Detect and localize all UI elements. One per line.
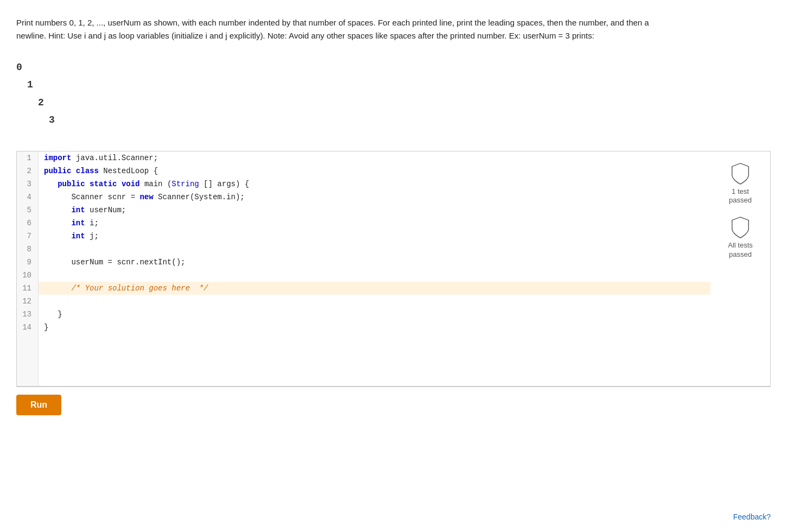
- feedback-link[interactable]: Feedback?: [733, 512, 771, 521]
- test-badge-1-label: 1 testpassed: [729, 187, 752, 206]
- line-content-1[interactable]: import java.util.Scanner;: [39, 151, 710, 164]
- line-content-blank-1: [39, 334, 710, 347]
- code-line-blank-2: [17, 347, 710, 360]
- shield-icon-1: [731, 162, 750, 185]
- example-output: 0 1 2 3: [16, 59, 771, 129]
- test-badge-1: 1 testpassed: [729, 162, 752, 206]
- code-line-7: 7 int j;: [17, 230, 710, 243]
- code-line-blank-1: [17, 334, 710, 347]
- code-line-1: 1 import java.util.Scanner;: [17, 151, 710, 164]
- run-button[interactable]: Run: [16, 395, 61, 415]
- line-number-blank-2: [17, 347, 39, 360]
- line-number-9: 9: [17, 256, 39, 269]
- example-line-1: 1: [27, 76, 771, 93]
- code-editor-area: 1 import java.util.Scanner; 2 public cla…: [16, 151, 771, 387]
- line-number-13: 13: [17, 308, 39, 321]
- code-line-blank-4: [17, 373, 710, 386]
- line-content-10[interactable]: [39, 269, 710, 282]
- problem-description: Print numbers 0, 1, 2, ..., userNum as s…: [16, 16, 668, 42]
- line-number-2: 2: [17, 164, 39, 178]
- line-content-3[interactable]: public static void main (String [] args)…: [39, 178, 710, 191]
- line-number-5: 5: [17, 204, 39, 217]
- line-content-14[interactable]: }: [39, 321, 710, 334]
- code-line-14: 14 }: [17, 321, 710, 334]
- line-content-blank-2: [39, 347, 710, 360]
- code-line-3: 3 public static void main (String [] arg…: [17, 178, 710, 191]
- code-line-6: 6 int i;: [17, 217, 710, 230]
- line-number-12: 12: [17, 295, 39, 308]
- line-number-blank-3: [17, 360, 39, 373]
- line-content-8[interactable]: [39, 243, 710, 256]
- line-content-13[interactable]: }: [39, 308, 710, 321]
- line-content-blank-4: [39, 373, 710, 386]
- bottom-bar: Run: [16, 387, 771, 415]
- line-content-4[interactable]: Scanner scnr = new Scanner(System.in);: [39, 191, 710, 204]
- shield-icon-all: [731, 216, 750, 239]
- example-line-3: 3: [49, 111, 771, 129]
- line-number-14: 14: [17, 321, 39, 334]
- line-content-7[interactable]: int j;: [39, 230, 710, 243]
- line-number-11: 11: [17, 282, 39, 295]
- line-number-6: 6: [17, 217, 39, 230]
- code-line-2: 2 public class NestedLoop {: [17, 164, 710, 178]
- line-number-blank-4: [17, 373, 39, 386]
- line-number-3: 3: [17, 178, 39, 191]
- line-number-7: 7: [17, 230, 39, 243]
- line-content-12[interactable]: [39, 295, 710, 308]
- test-badge-all: All testspassed: [728, 216, 753, 259]
- line-content-6[interactable]: int i;: [39, 217, 710, 230]
- line-content-2[interactable]: public class NestedLoop {: [39, 164, 710, 178]
- code-line-12: 12: [17, 295, 710, 308]
- example-line-2: 2: [38, 94, 771, 111]
- line-number-10: 10: [17, 269, 39, 282]
- editor-wrapper: 1 import java.util.Scanner; 2 public cla…: [16, 151, 771, 415]
- line-content-9[interactable]: userNum = scnr.nextInt();: [39, 256, 710, 269]
- test-badge-all-label: All testspassed: [728, 241, 753, 259]
- line-number-blank-1: [17, 334, 39, 347]
- code-line-5: 5 int userNum;: [17, 204, 710, 217]
- code-line-10: 10: [17, 269, 710, 282]
- code-lines[interactable]: 1 import java.util.Scanner; 2 public cla…: [17, 151, 710, 386]
- line-number-1: 1: [17, 151, 39, 164]
- code-line-blank-3: [17, 360, 710, 373]
- line-content-11[interactable]: /* Your solution goes here */: [39, 282, 710, 295]
- code-line-4: 4 Scanner scnr = new Scanner(System.in);: [17, 191, 710, 204]
- line-content-blank-3: [39, 360, 710, 373]
- example-line-0: 0: [16, 59, 771, 76]
- line-number-8: 8: [17, 243, 39, 256]
- code-line-9: 9 userNum = scnr.nextInt();: [17, 256, 710, 269]
- code-line-11: 11 /* Your solution goes here */: [17, 282, 710, 295]
- line-number-4: 4: [17, 191, 39, 204]
- code-line-8: 8: [17, 243, 710, 256]
- side-panel: 1 testpassed All testspassed: [710, 151, 770, 386]
- line-content-5[interactable]: int userNum;: [39, 204, 710, 217]
- code-line-13: 13 }: [17, 308, 710, 321]
